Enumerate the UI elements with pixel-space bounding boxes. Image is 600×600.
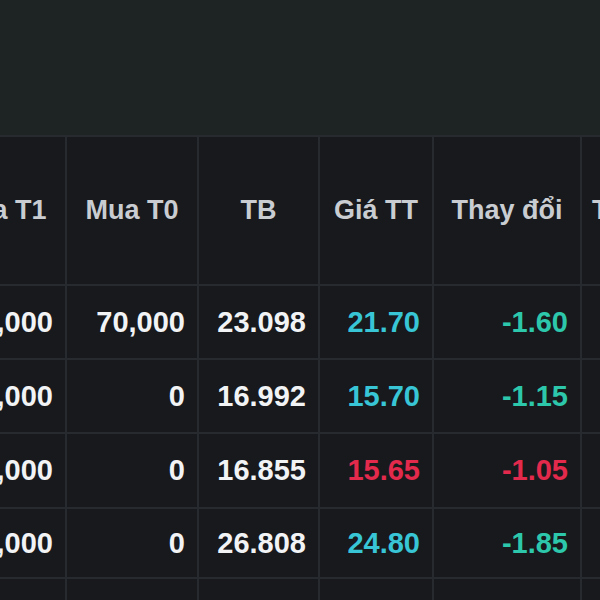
column-header-mua-t0[interactable]: Mua T0 [67, 137, 197, 284]
cell-mua-t1: 0,000 [0, 509, 65, 577]
cell-tb: 23.098 [199, 286, 318, 358]
cell-empty [434, 579, 580, 600]
cell-truncated [582, 286, 600, 358]
cell-tb: 26.808 [199, 509, 318, 577]
cell-mua-t1: 0,000 [0, 286, 65, 358]
cell-thay-doi: -1.05 [434, 434, 580, 507]
cell-gia-tt: 24.80 [320, 509, 432, 577]
cell-truncated [582, 509, 600, 577]
column-header-gia-tt[interactable]: Giá TT [320, 137, 432, 284]
cell-gia-tt: 21.70 [320, 286, 432, 358]
cell-mua-t1: 0,000 [0, 360, 65, 432]
cell-truncated [582, 360, 600, 432]
cell-truncated [582, 434, 600, 507]
portfolio-table: Mua T1 Mua T0 TB Giá TT Thay đổi T 0,000… [0, 135, 600, 600]
column-header-mua-t1[interactable]: Mua T1 [0, 137, 65, 284]
cell-thay-doi: -1.60 [434, 286, 580, 358]
cell-mua-t0: 70,000 [67, 286, 197, 358]
cell-tb: 16.855 [199, 434, 318, 507]
cell-mua-t0: 0 [67, 360, 197, 432]
cell-empty [67, 579, 197, 600]
cell-mua-t1: 0,000 [0, 434, 65, 507]
column-header-thay-doi[interactable]: Thay đổi [434, 137, 580, 284]
cell-empty [320, 579, 432, 600]
cell-tb: 16.992 [199, 360, 318, 432]
cell-empty [582, 579, 600, 600]
cell-thay-doi: -1.15 [434, 360, 580, 432]
cell-thay-doi: -1.85 [434, 509, 580, 577]
empty-top-panel [0, 0, 600, 135]
cell-gia-tt: 15.65 [320, 434, 432, 507]
cell-mua-t0: 0 [67, 509, 197, 577]
cell-mua-t0: 0 [67, 434, 197, 507]
column-header-tb[interactable]: TB [199, 137, 318, 284]
portfolio-table-grid: Mua T1 Mua T0 TB Giá TT Thay đổi T 0,000… [0, 135, 600, 600]
column-header-truncated[interactable]: T [582, 137, 600, 284]
cell-empty [199, 579, 318, 600]
cell-gia-tt: 15.70 [320, 360, 432, 432]
trading-app-screen: Mua T1 Mua T0 TB Giá TT Thay đổi T 0,000… [0, 0, 600, 600]
cell-empty [0, 579, 65, 600]
